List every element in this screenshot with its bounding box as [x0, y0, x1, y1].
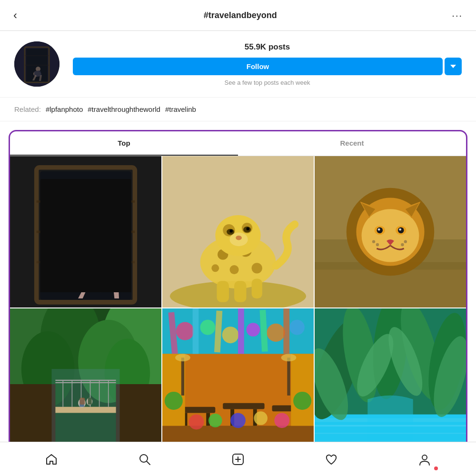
more-button[interactable]: ···	[452, 10, 463, 21]
grid-image-4	[162, 308, 314, 460]
grid-cell-4[interactable]	[162, 308, 314, 460]
svg-point-24	[252, 263, 262, 273]
svg-rect-15	[40, 171, 131, 300]
market-svg	[162, 308, 314, 460]
svg-rect-88	[238, 308, 244, 354]
svg-point-107	[175, 354, 190, 361]
grid-image-2	[315, 156, 466, 307]
related-tag-2[interactable]: #travelinb	[165, 105, 196, 113]
svg-point-109	[281, 354, 297, 361]
bridge-svg	[10, 308, 161, 460]
lion-svg	[315, 156, 466, 307]
svg-point-51	[404, 240, 407, 243]
back-button[interactable]: ‹	[13, 9, 29, 22]
nav-profile[interactable]	[410, 447, 439, 471]
related-label: Related:	[14, 105, 41, 113]
leopard-svg	[162, 156, 314, 307]
nav-add[interactable]	[224, 447, 252, 471]
related-tag-0[interactable]: #lpfanphoto	[46, 105, 83, 113]
svg-point-31	[246, 227, 249, 230]
svg-line-174	[147, 461, 150, 465]
svg-point-14	[90, 244, 112, 265]
svg-rect-10	[37, 168, 135, 302]
svg-rect-90	[283, 308, 289, 354]
home-icon	[45, 453, 58, 466]
svg-point-83	[267, 324, 285, 342]
grid-cell-0[interactable]	[10, 156, 161, 307]
svg-rect-86	[193, 308, 199, 354]
svg-point-30	[230, 229, 233, 232]
svg-point-47	[378, 228, 380, 231]
related-inner: Related: #lpfanphoto #travelthroughthewo…	[14, 105, 462, 113]
svg-rect-9	[40, 171, 131, 300]
avatar-image	[14, 41, 60, 87]
svg-point-80	[200, 320, 216, 335]
notification-dot	[434, 466, 438, 470]
svg-point-33	[236, 236, 242, 240]
avatar	[14, 41, 60, 87]
svg-rect-65	[55, 407, 116, 413]
svg-point-42	[362, 209, 419, 262]
follow-button[interactable]: Follow	[73, 58, 443, 75]
svg-point-102	[254, 411, 268, 425]
page-title: #travelandbeyond	[204, 10, 277, 20]
svg-rect-74	[79, 398, 85, 405]
related-tag-1[interactable]: #travelthroughtheworld	[88, 105, 160, 113]
svg-point-84	[289, 320, 305, 335]
grid-cell-3[interactable]	[10, 308, 161, 460]
grid-cell-1[interactable]	[162, 156, 314, 307]
photo-grid	[10, 156, 466, 476]
svg-point-178	[422, 455, 427, 460]
svg-rect-34	[217, 281, 228, 302]
tab-top[interactable]: Top	[10, 131, 238, 156]
svg-rect-106	[181, 357, 184, 396]
search-icon	[138, 453, 151, 466]
tab-recent[interactable]: Recent	[238, 131, 466, 156]
doorway-svg	[10, 156, 161, 307]
follow-dropdown-button[interactable]	[445, 58, 462, 75]
see-posts-text: See a few top posts each week	[73, 79, 462, 86]
svg-point-48	[399, 228, 401, 231]
header: ‹ #travelandbeyond ···	[0, 0, 476, 31]
bottom-nav	[0, 442, 476, 476]
follow-row: Follow	[73, 58, 462, 75]
svg-rect-108	[287, 357, 290, 396]
svg-rect-76	[88, 398, 92, 405]
grid-cell-2[interactable]	[315, 156, 466, 307]
nav-home[interactable]	[37, 447, 66, 471]
svg-point-101	[230, 413, 246, 428]
svg-point-103	[274, 413, 289, 428]
svg-point-22	[230, 265, 239, 274]
svg-point-52	[401, 243, 404, 246]
main-card: Top Recent	[9, 130, 467, 476]
svg-point-49	[372, 240, 375, 243]
svg-rect-35	[234, 281, 246, 302]
svg-point-111	[293, 392, 311, 410]
profile-icon	[418, 453, 431, 466]
grid-cell-5[interactable]	[315, 308, 466, 460]
svg-rect-105	[291, 354, 314, 426]
posts-count: 55.9K posts	[73, 42, 462, 52]
svg-rect-8	[10, 156, 161, 307]
svg-point-99	[189, 415, 204, 430]
profile-section: 55.9K posts Follow See a few top posts e…	[0, 31, 476, 97]
profile-info: 55.9K posts Follow See a few top posts e…	[73, 42, 462, 86]
add-icon	[231, 453, 245, 466]
svg-rect-36	[252, 279, 262, 298]
svg-point-173	[140, 455, 148, 462]
tropical-svg	[315, 308, 466, 460]
heart-icon	[325, 453, 338, 466]
grid-image-3	[10, 308, 161, 460]
nav-activity[interactable]	[317, 447, 346, 471]
nav-search[interactable]	[130, 447, 159, 471]
grid-image-0	[10, 156, 161, 307]
svg-rect-7	[26, 49, 48, 82]
dropdown-arrow-icon	[450, 65, 456, 68]
svg-point-16	[78, 209, 123, 292]
svg-point-79	[176, 322, 194, 340]
svg-point-110	[165, 392, 183, 410]
tabs: Top Recent	[10, 131, 466, 156]
avatar-svg	[14, 41, 60, 87]
svg-point-50	[376, 243, 379, 246]
grid-image-1	[162, 156, 314, 307]
